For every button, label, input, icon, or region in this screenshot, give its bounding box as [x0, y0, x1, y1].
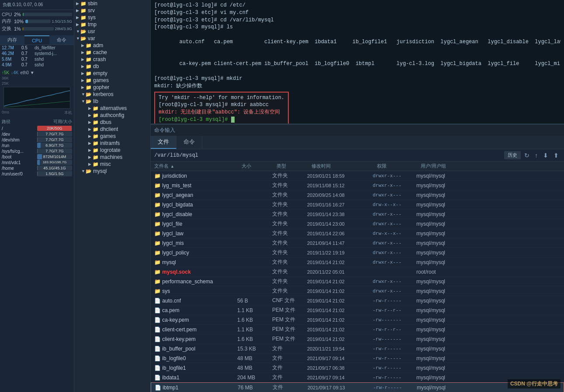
expand-icon-mysql: ▼ [81, 169, 86, 173]
file-type: 文件夹 [272, 210, 307, 218]
fm-tab-command[interactable]: 命令 [176, 136, 202, 149]
refresh-button[interactable]: ↻ [522, 152, 531, 159]
tree-item-authconfig[interactable]: ▶ 📁 authconfig [74, 112, 150, 119]
nav-up-button[interactable]: ↑ [533, 152, 540, 159]
file-row-ca-pem[interactable]: 📄 ca.pem 1.1 KB PEM 文件 2019/01/14 21:02 … [151, 306, 564, 315]
file-row-lyg_mis_test[interactable]: 📁 lyg_mis_test 文件夹 2019/11/08 15:12 drwx… [151, 181, 564, 190]
tree-item-initramfs[interactable]: ▶ 📁 initramfs [74, 140, 150, 147]
disk-row-runuser[interactable]: /run/user/0 1.5G/1.5G [2, 171, 72, 176]
file-name: 📄 client-cert.pem [154, 327, 237, 333]
file-row-client-key-pem[interactable]: 📄 client-key.pem 1.6 KB PEM 文件 2019/01/1… [151, 334, 564, 344]
file-row-client-cert-pem[interactable]: 📄 client-cert.pem 1.1 KB PEM 文件 2019/01/… [151, 325, 564, 334]
tree-item-gopher[interactable]: ▶ 📁 gopher [74, 84, 150, 91]
tab-command[interactable]: 命令 [49, 35, 74, 45]
file-mtime: 2020/09/25 14:08 [307, 193, 373, 198]
disk-row-vdc1[interactable]: /mnt/vdc1 183.9G/196.7G [2, 160, 72, 165]
table-row[interactable]: 12.7M 0.5 ds_filefilter [0, 45, 74, 51]
col-header-owner[interactable]: 用户/用户组 [421, 163, 561, 169]
tree-item-machines[interactable]: ▶ 📁 machines [74, 154, 150, 161]
tree-item-srv[interactable]: ▶ 📁 srv [74, 7, 150, 14]
tab-memory[interactable]: 内存 [0, 35, 24, 45]
file-row-lygcl_aegean[interactable]: 📁 lygcl_aegean 文件夹 2020/09/25 14:08 drwx… [151, 190, 564, 200]
tree-item-kerberos[interactable]: ▼ 📂 kerberos [74, 91, 150, 98]
disk-row-run[interactable]: /run 6.9G/7.7G [2, 143, 72, 148]
file-row-mysql-sock[interactable]: 📁 mysql.sock 文件夹 2020/11/22 05:01 root/r… [151, 267, 564, 277]
file-row-lygcl_law[interactable]: 📁 lygcl_law 文件夹 2019/01/14 22:06 drw-x--… [151, 229, 564, 238]
disk-bar-sys: 7.7G/7.7G [37, 148, 72, 154]
tree-label-sbin: sbin [88, 0, 97, 7]
tab-cpu[interactable]: CPU [24, 35, 49, 45]
file-mtime: 2019/01/14 21:02 [307, 327, 373, 332]
tree-item-misc[interactable]: ▶ 📁 misc [74, 161, 150, 168]
expand-icon-db: ▶ [81, 64, 86, 69]
file-row-ibdata1[interactable]: 📄 ibdata1 204 MB 文件 2021/09/17 09:14 -rw… [151, 373, 564, 382]
tree-item-tmp[interactable]: ▶ 📁 tmp [74, 21, 150, 28]
cmd-input-field[interactable] [179, 127, 561, 134]
col-header-type[interactable]: 类型 [277, 163, 311, 169]
tree-item-crash[interactable]: ▶ 📁 crash [74, 56, 150, 63]
col-header-mtime[interactable]: 修改时间 [311, 163, 377, 169]
system-header: 负载 0.10, 0.07, 0.06 [0, 0, 74, 10]
tree-item-lib[interactable]: ▼ 📂 lib [74, 98, 150, 105]
tree-item-dbus[interactable]: ▶ 📁 dbus [74, 119, 150, 126]
disk-row-dev[interactable]: /dev 7.7G/7.7G [2, 131, 72, 137]
tree-item-mysql[interactable]: ▼ 📂 mysql [74, 168, 150, 175]
table-row[interactable]: 4.9M 0.7 sshd [0, 62, 74, 68]
tree-item-sys[interactable]: ▶ 📁 sys [74, 14, 150, 21]
file-row-ib-buffer-pool[interactable]: 📄 ib_buffer_pool 15.3 KB 文件 2020/11/21 1… [151, 344, 564, 354]
file-row-ib-logfile0[interactable]: 📄 ib_logfile0 48 MB 文件 2021/09/17 09:14 … [151, 354, 564, 363]
disk-row-home[interactable]: /home 45.1G/45.1G [2, 165, 72, 171]
tree-item-usr[interactable]: ▼ 📂 usr [74, 28, 150, 35]
file-row-jurisdiction[interactable]: 📁 jurisdiction 文件夹 2019/01/21 18:59 drwx… [151, 171, 564, 181]
table-row[interactable]: 46.2M 0.7 systemd-j... [0, 51, 74, 56]
file-row-auto-cnf[interactable]: 📄 auto.cnf 56 B CNF 文件 2019/01/14 21:02 … [151, 296, 564, 306]
file-row-ibtmp1[interactable]: 📄 ibtmp1 76 MB 文件 2021/09/17 09:13 -rw-r… [151, 382, 564, 392]
file-size: 204 MB [237, 375, 272, 381]
disk-row-sys[interactable]: /sys/fs/cg... 7.7G/7.7G [2, 148, 72, 154]
file-row-lygcl_disable[interactable]: 📁 lygcl_disable 文件夹 2019/01/14 23:38 drw… [151, 210, 564, 219]
file-row-lygcl_policy[interactable]: 📁 lygcl_policy 文件夹 2019/11/22 19:19 drwx… [151, 248, 564, 258]
file-perm: -rw-r----- [373, 356, 416, 361]
tree-item-var[interactable]: ▼ 📂 var [74, 35, 150, 42]
disk-row-boot[interactable]: /boot 872M/1014M [2, 154, 72, 159]
file-icon: 📄 [154, 346, 161, 352]
file-icon: 📄 [154, 298, 161, 304]
table-row[interactable]: 5.8M 0.7 sshd [0, 56, 74, 62]
tree-item-cache[interactable]: ▶ 📁 cache [74, 49, 150, 56]
file-row-perf-schema[interactable]: 📁 performance_schema 文件夹 2019/01/14 21:0… [151, 277, 564, 286]
upload-button[interactable]: ⬆ [552, 152, 561, 159]
file-row-ca-key-pem[interactable]: 📄 ca-key.pem 1.6 KB PEM 文件 2019/01/14 21… [151, 315, 564, 325]
tree-item-dhclient[interactable]: ▶ 📁 dhclient [74, 126, 150, 133]
col-header-perm[interactable]: 权限 [377, 163, 421, 169]
file-row-lygcl_bigdata[interactable]: 📁 lygcl_bigdata 文件夹 2019/01/16 16:27 drw… [151, 200, 564, 210]
disk-row-devshm[interactable]: /dev/shm 7.7G/7.7G [2, 137, 72, 142]
tree-item-alternatives[interactable]: ▶ 📁 alternatives [74, 105, 150, 112]
tree-item-empty[interactable]: ▶ 📁 empty [74, 70, 150, 77]
tree-item-games2[interactable]: ▶ 📁 games [74, 133, 150, 140]
file-mtime: 2021/09/17 09:14 [307, 375, 373, 380]
file-row-lygcl_mis[interactable]: 📁 lygcl_mis 文件夹 2021/09/14 11:47 drwxr-x… [151, 238, 564, 248]
file-type: 文件夹 [272, 258, 307, 266]
file-row-sys2[interactable]: 📁 sys 文件夹 2019/01/14 21:02 drwxr-x--- my… [151, 286, 564, 296]
tree-item-games[interactable]: ▶ 📁 games [74, 77, 150, 84]
download-button[interactable]: ⬇ [541, 152, 550, 159]
tree-label-dbus: dbus [100, 119, 111, 125]
col-header-name[interactable]: 文件名 [154, 163, 242, 169]
file-row-mysql[interactable]: 📁 mysql 文件夹 2019/01/14 21:02 drwxr-x--- … [151, 258, 564, 267]
fm-tab-files[interactable]: 文件 [151, 136, 176, 149]
col-header-size[interactable]: 大小 [242, 163, 277, 169]
tree-label-empty: empty [93, 70, 107, 76]
folder-icon: 📁 [154, 259, 161, 265]
tree-item-db[interactable]: ▶ 📁 db [74, 63, 150, 70]
file-row-lygcl_file[interactable]: 📁 lygcl_file 文件夹 2019/01/14 23:00 drwxr-… [151, 219, 564, 229]
tree-item-sbin[interactable]: ▶ 📁 sbin [74, 0, 150, 7]
file-row-ib-logfile1[interactable]: 📄 ib_logfile1 48 MB 文件 2021/09/17 06:38 … [151, 363, 564, 373]
expand-icon-games: ▶ [81, 78, 86, 83]
folder-icon-var: 📂 [80, 36, 87, 41]
file-perm: -rw-r----- [373, 375, 416, 380]
tree-item-adm[interactable]: ▶ 📁 adm [74, 42, 150, 49]
terminal-area[interactable]: [root@lyg-cl-3 log]# cd /etc/ [root@lyg-… [151, 0, 564, 124]
tree-item-logrotate[interactable]: ▶ 📁 logrotate [74, 147, 150, 154]
disk-row-root[interactable]: / 20K/50G [2, 126, 72, 131]
history-button[interactable]: 历史 [504, 151, 521, 159]
